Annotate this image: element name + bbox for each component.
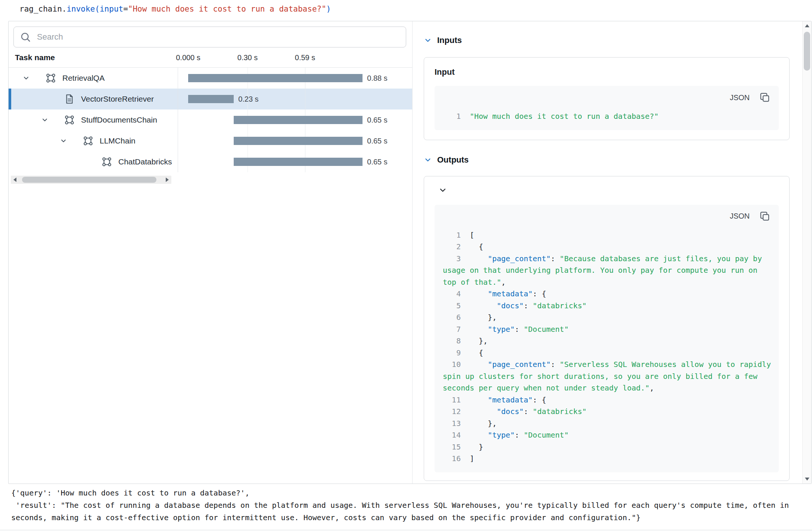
page-bottom-border (0, 530, 812, 530)
vertical-scroll-thumb[interactable] (804, 32, 810, 71)
outputs-section-header[interactable]: Outputs (424, 154, 790, 166)
chevron-down-icon (424, 156, 432, 164)
horizontal-scrollbar[interactable] (11, 176, 171, 184)
code-line: 14 "type": "Document" (443, 429, 772, 441)
line-number: 7 (443, 325, 470, 334)
code-token: input (100, 4, 123, 13)
task-row[interactable]: LLMChain0.65 s (9, 130, 412, 151)
chevron-down-icon[interactable] (16, 74, 36, 82)
code-token (470, 407, 497, 416)
search-icon (20, 31, 31, 43)
code-block-header: JSON (435, 86, 779, 109)
code-token: , (650, 383, 654, 392)
chain-icon (45, 72, 56, 84)
time-tick-label: 0.000 s (176, 53, 200, 62)
code-token: "How much does it cost to run a database… (470, 112, 659, 121)
line-number: 11 (443, 395, 470, 404)
code-token: : { (533, 289, 546, 298)
code-token: invoke (66, 4, 95, 13)
input-card: Input JSON 1 "How much does it cost to r… (424, 57, 790, 140)
copy-icon[interactable] (759, 92, 771, 103)
duration-bar (188, 95, 234, 103)
horizontal-scroll-thumb[interactable] (22, 177, 156, 183)
chevron-down-icon[interactable] (53, 137, 74, 145)
code-token: "metadata" (488, 289, 532, 298)
task-name-cell: StuffDocumentsChain (9, 109, 173, 130)
line-number: 5 (443, 301, 470, 310)
code-token: : (515, 430, 524, 439)
horizontal-scroll-track[interactable] (19, 176, 163, 184)
code-token: "type" (488, 325, 514, 334)
line-number: 9 (443, 348, 470, 357)
chain-icon (83, 135, 94, 146)
code-token: "databricks" (533, 301, 587, 310)
task-name-label: VectorStoreRetriever (81, 95, 154, 104)
duration-label: 0.88 s (367, 74, 387, 83)
code-token: { (470, 242, 483, 251)
code-line: 11 "metadata": { (443, 394, 772, 406)
task-row[interactable]: ChatDatabricks0.65 s (9, 151, 412, 172)
task-row[interactable]: VectorStoreRetriever0.23 s (9, 89, 412, 109)
code-token: : (524, 407, 533, 416)
code-token: { (470, 348, 483, 357)
task-row[interactable]: RetrievalQA0.88 s (9, 68, 412, 89)
input-code-content: 1 "How much does it cost to run a databa… (435, 109, 779, 130)
invoke-result-text: {'query': 'How much does it cost to run … (11, 487, 802, 524)
scroll-up-arrow-icon[interactable] (803, 21, 811, 30)
code-line: 7 "type": "Document" (443, 324, 772, 336)
code-token: "docs" (497, 407, 524, 416)
code-token: "page_content" (488, 254, 551, 263)
task-name-label: ChatDatabricks (118, 157, 172, 166)
code-token: }, (470, 336, 488, 345)
duration-bar (234, 158, 363, 166)
copy-icon[interactable] (759, 211, 771, 222)
code-line: 9 { (443, 347, 772, 359)
scroll-down-arrow-icon[interactable] (803, 475, 811, 484)
scroll-left-arrow-icon[interactable] (11, 176, 19, 184)
code-line: 8 }, (443, 335, 772, 347)
chevron-down-icon[interactable] (438, 186, 447, 195)
code-token: "type" (488, 430, 514, 439)
line-number: 2 (443, 242, 470, 251)
inputs-section-title: Inputs (437, 35, 462, 45)
input-code-block: JSON 1 "How much does it cost to run a d… (435, 86, 779, 130)
duration-label: 0.23 s (238, 95, 258, 104)
line-number: 15 (443, 442, 470, 451)
search-input[interactable] (36, 32, 400, 42)
code-token (470, 325, 488, 334)
line-number: 8 (443, 336, 470, 345)
code-token: } (470, 442, 483, 451)
code-line: 5 "docs": "databricks" (443, 300, 772, 312)
output-code-block: JSON 1 [ 2 { 3 "page_content": "Because … (435, 205, 779, 472)
scroll-right-arrow-icon[interactable] (163, 176, 171, 184)
task-name-cell: ChatDatabricks (9, 151, 173, 172)
code-token: ] (470, 454, 474, 463)
search-box[interactable] (13, 27, 406, 47)
line-number: 12 (443, 407, 470, 416)
code-token (470, 254, 488, 263)
code-line: 15 } (443, 441, 772, 453)
code-token: : (551, 360, 560, 369)
line-number: 13 (443, 419, 470, 428)
task-name-label: LLMChain (100, 136, 136, 145)
task-tree-panel: Task name 0.000 s0.30 s0.59 s RetrievalQ… (9, 21, 413, 484)
task-rows: RetrievalQA0.88 sVectorStoreRetriever0.2… (9, 68, 412, 172)
outputs-section-title: Outputs (437, 155, 469, 165)
code-token: : (515, 325, 524, 334)
code-token: : { (533, 395, 546, 404)
vertical-scrollbar[interactable] (802, 21, 811, 484)
code-token: = (123, 4, 128, 13)
task-row[interactable]: StuffDocumentsChain0.65 s (9, 109, 412, 130)
code-token: ) (326, 4, 331, 13)
duration-bar (188, 74, 363, 82)
chevron-down-icon[interactable] (35, 116, 55, 124)
chain-icon (64, 114, 75, 126)
document-icon (64, 93, 75, 105)
inputs-section-header[interactable]: Inputs (424, 34, 790, 47)
code-token: : (551, 254, 560, 263)
line-number: 6 (443, 313, 470, 322)
code-line: 2 { (443, 241, 772, 253)
code-line: 13 }, (443, 418, 772, 430)
code-token: [ (470, 231, 474, 240)
code-token (470, 360, 488, 369)
